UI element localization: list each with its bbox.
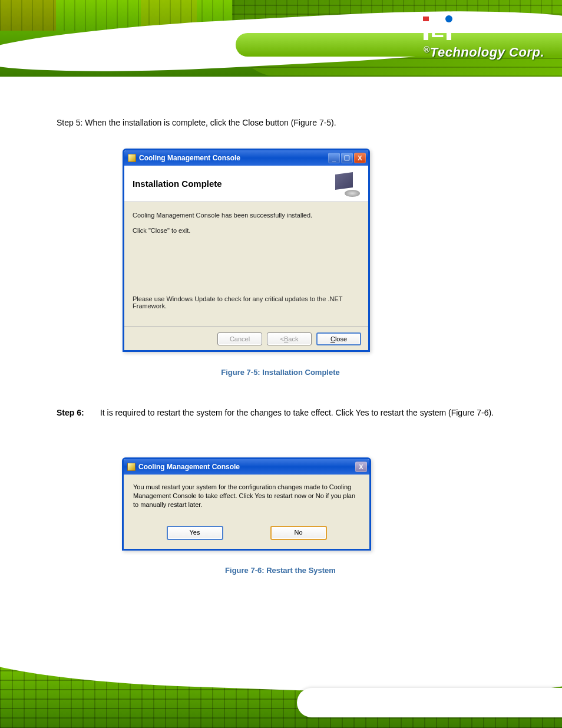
dialog-header: Installation Complete — [124, 166, 368, 202]
no-button[interactable]: No — [270, 526, 327, 540]
bottom-banner — [0, 654, 562, 728]
installer-icon — [127, 463, 135, 471]
minimize-button[interactable]: _ — [328, 153, 340, 163]
dialog-body: You must restart your system for the con… — [124, 475, 369, 548]
step-5-text: Step 5: When the installation is complet… — [57, 118, 504, 127]
logo: E ®Technology Corp. — [424, 20, 544, 60]
net-framework-note: Please use Windows Update to check for a… — [133, 295, 360, 309]
cancel-button: Cancel — [217, 332, 262, 345]
body-line-2: Click "Close" to exit. — [133, 227, 360, 234]
window-title: Cooling Management Console — [138, 463, 355, 471]
iei-logo-icon: E — [424, 20, 451, 40]
titlebar[interactable]: Cooling Management Console X — [124, 459, 369, 475]
figure-7-6-caption: Figure 7-6: Restart the System — [57, 566, 504, 575]
maximize-button[interactable]: ☐ — [341, 153, 353, 163]
restart-message: You must restart your system for the con… — [133, 483, 360, 509]
window-title: Cooling Management Console — [139, 154, 328, 162]
dialog-heading: Installation Complete — [133, 179, 222, 189]
close-window-button: X — [355, 462, 367, 472]
installer-icon — [128, 154, 136, 162]
dialog-body: Cooling Management Console has been succ… — [124, 202, 368, 326]
titlebar[interactable]: Cooling Management Console _ ☐ X — [124, 150, 368, 166]
figure-7-5-caption: Figure 7-5: Installation Complete — [57, 368, 504, 377]
back-button: < Back — [267, 332, 312, 345]
dialog-footer: Cancel < Back Close — [124, 326, 368, 351]
installer-art-icon — [327, 171, 360, 197]
logo-text: ®Technology Corp. — [424, 45, 544, 60]
close-window-button[interactable]: X — [354, 153, 366, 163]
body-line-1: Cooling Management Console has been succ… — [133, 212, 360, 219]
top-banner: E ®Technology Corp. — [0, 0, 562, 77]
close-button[interactable]: Close — [316, 332, 361, 345]
bottom-white-pill — [297, 688, 562, 717]
yes-button[interactable]: Yes — [167, 526, 223, 540]
restart-dialog: Cooling Management Console X You must re… — [122, 457, 371, 551]
install-complete-dialog: Cooling Management Console _ ☐ X Install… — [123, 149, 370, 352]
step-6-text: Step 6: It is required to restart the sy… — [57, 407, 528, 419]
